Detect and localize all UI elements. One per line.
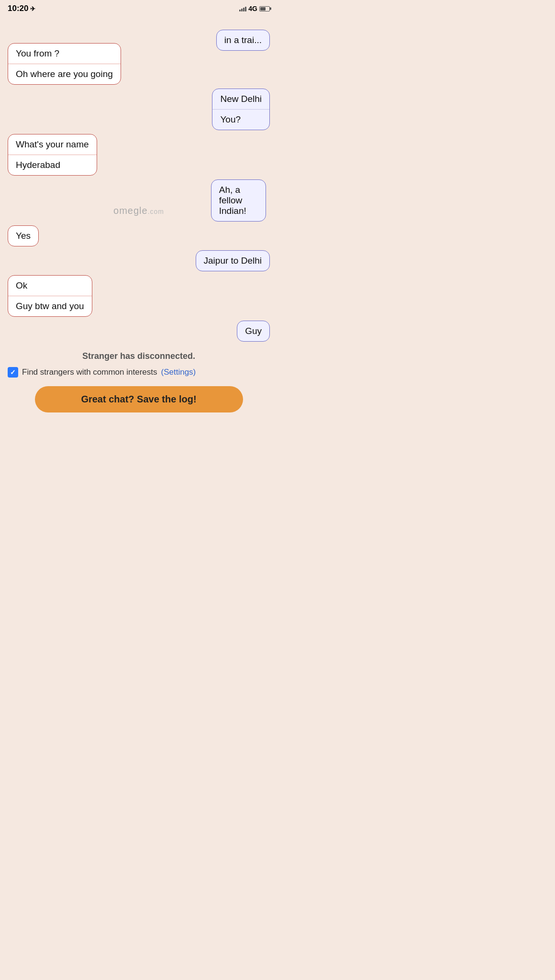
status-left: 10:20 ✈ (8, 4, 35, 13)
message-line: Jaipur to Delhi (196, 251, 269, 271)
checkmark-icon: ✓ (10, 368, 16, 376)
partial-message-text: in a trai... (224, 35, 262, 45)
you-bubble-1: New Delhi You? (212, 89, 270, 130)
stranger-bubble-3: Yes (8, 225, 39, 246)
disconnected-notice: Stranger has disconnected. (0, 345, 278, 364)
message-line: You from ? (8, 44, 121, 64)
interests-checkbox[interactable]: ✓ (8, 367, 18, 378)
time-display: 10:20 (8, 4, 28, 13)
network-type: 4G (248, 5, 257, 12)
location-arrow-icon: ✈ (30, 5, 35, 12)
message-line: Guy (237, 321, 269, 341)
you-bubble-3: Jaipur to Delhi (196, 250, 270, 271)
message-line: Yes (8, 226, 38, 246)
omegle-watermark: omegle.com (96, 200, 181, 222)
battery-icon (259, 6, 270, 11)
message-line: Ok (8, 276, 92, 296)
save-log-button[interactable]: Great chat? Save the log! (35, 386, 243, 412)
stranger-bubble-4: Ok Guy btw and you (8, 275, 92, 317)
partial-message-bubble: in a trai... (216, 30, 270, 51)
message-line: You? (212, 110, 269, 130)
message-line: Ah, a fellow Indian! (211, 180, 266, 221)
signal-icon (239, 6, 246, 11)
chat-container: You from ? Oh where are you going New De… (0, 39, 278, 345)
message-line: Guy btw and you (8, 296, 92, 316)
message-line: New Delhi (212, 89, 269, 110)
message-line: Hyderabad (8, 155, 97, 175)
interests-row: ✓ Find strangers with common interests (… (0, 364, 278, 380)
omegle-brand: omegle (113, 205, 148, 216)
interests-label: Find strangers with common interests (22, 368, 157, 377)
status-bar: 10:20 ✈ 4G (0, 0, 278, 15)
you-bubble-2: Ah, a fellow Indian! (211, 179, 266, 222)
stranger-bubble-2: What's your name Hyderabad (8, 134, 97, 176)
message-line: What's your name (8, 134, 97, 155)
message-line: Oh where are you going (8, 64, 121, 84)
settings-link[interactable]: (Settings) (161, 368, 196, 377)
omegle-row: omegle.com Ah, a fellow Indian! (8, 179, 270, 222)
status-right: 4G (239, 5, 270, 12)
omegle-tld: .com (148, 208, 164, 215)
stranger-bubble-1: You from ? Oh where are you going (8, 43, 121, 85)
you-bubble-4: Guy (237, 321, 270, 342)
